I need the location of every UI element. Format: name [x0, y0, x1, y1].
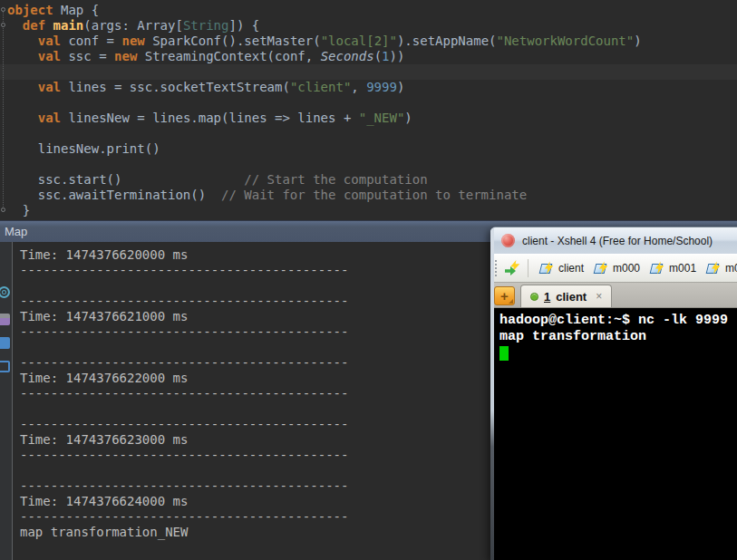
- fold-gutter-line: [3, 9, 4, 212]
- code-line[interactable]: object Map {: [0, 3, 737, 18]
- code-token: conf =: [61, 34, 121, 48]
- code-token: ]) {: [228, 18, 259, 33]
- code-line[interactable]: [0, 157, 737, 172]
- session-button-client[interactable]: client: [534, 260, 588, 277]
- session-button-m0[interactable]: m0: [701, 260, 737, 277]
- toolbar-separator: [528, 259, 529, 277]
- code-line[interactable]: val conf = new SparkConf().setMaster("lo…: [0, 34, 737, 49]
- code-line[interactable]: linesNew.print(): [0, 141, 737, 157]
- new-session-button[interactable]: [504, 259, 522, 277]
- code-token: [7, 111, 38, 125]
- fold-marker-icon[interactable]: [1, 208, 5, 212]
- editor-code: object Map { def main(args: Array[String…: [0, 3, 737, 218]
- tab-label: client: [556, 290, 587, 304]
- code-line[interactable]: [0, 95, 737, 111]
- connected-status-icon: [530, 293, 538, 301]
- blue-filled-square-icon[interactable]: [0, 337, 10, 349]
- code-token: val: [38, 49, 61, 63]
- session-button-label: client: [558, 262, 584, 275]
- session-lightning-icon: [649, 262, 665, 275]
- code-token: Seconds: [321, 49, 374, 63]
- tab-number: 1: [544, 290, 550, 304]
- xshell-window[interactable]: client - Xshell 4 (Free for Home/School)…: [490, 227, 737, 560]
- code-token: "client": [290, 80, 351, 94]
- code-token: SparkConf().setMaster(: [145, 34, 321, 48]
- terminal-line: hadoop@client:~$ nc -lk 9999: [499, 313, 737, 329]
- code-token: lines = ssc.socketTextStream(: [61, 80, 290, 94]
- xshell-tabbar: + 1 client ×: [490, 283, 737, 307]
- code-token: "local[2]": [321, 34, 397, 48]
- run-panel-title: Map: [0, 225, 27, 238]
- code-token: object: [7, 3, 53, 17]
- code-token: val: [38, 80, 61, 94]
- code-token: (: [374, 49, 382, 63]
- purple-square-icon[interactable]: [0, 314, 10, 325]
- xshell-logo-icon: [501, 234, 515, 247]
- code-token: // Wait for the computation to terminate: [221, 188, 527, 202]
- toolbar-grip[interactable]: [494, 259, 499, 277]
- code-line[interactable]: ssc.awaitTermination() // Wait for the c…: [0, 188, 737, 203]
- code-token: String: [183, 18, 229, 33]
- blue-outline-square-icon[interactable]: [0, 361, 10, 372]
- code-line[interactable]: [0, 126, 737, 141]
- add-tab-button[interactable]: +: [494, 286, 515, 305]
- code-token: new: [121, 34, 144, 48]
- code-line[interactable]: val ssc = new StreamingContext(conf, Sec…: [0, 49, 737, 64]
- code-token: linesNew = lines.map(lines => lines +: [61, 111, 359, 125]
- fold-marker-icon[interactable]: [1, 7, 5, 12]
- terminal-line: map transformation: [499, 329, 737, 345]
- code-token: val: [38, 34, 61, 48]
- code-token: )): [390, 49, 405, 63]
- code-token: new: [114, 49, 137, 63]
- code-token: val: [38, 111, 61, 125]
- session-lightning-icon: [705, 262, 722, 275]
- code-token: ): [634, 34, 641, 48]
- code-token: 9999: [366, 80, 397, 94]
- code-token: 1: [382, 49, 389, 63]
- code-token: ssc =: [61, 49, 114, 63]
- terminal[interactable]: hadoop@client:~$ nc -lk 9999map transfor…: [490, 307, 737, 560]
- xshell-window-title: client - Xshell 4 (Free for Home/School): [522, 235, 713, 247]
- tab-client[interactable]: 1 client ×: [520, 285, 612, 307]
- code-line[interactable]: val lines = ssc.socketTextStream("client…: [0, 80, 737, 95]
- console-toolbar[interactable]: [0, 242, 13, 560]
- session-lightning-icon: [593, 262, 609, 275]
- code-token: ): [404, 111, 412, 125]
- code-token: [7, 34, 38, 48]
- code-token: "_NEW": [359, 111, 405, 125]
- code-token: ).setAppName(: [397, 34, 497, 48]
- code-line[interactable]: ssc.start() // Start the computation: [0, 172, 737, 188]
- code-token: ,: [351, 80, 366, 94]
- tab-close-icon[interactable]: ×: [596, 290, 602, 303]
- code-token: main: [45, 18, 83, 33]
- cyan-rings-icon[interactable]: [0, 286, 10, 298]
- code-token: ): [397, 80, 404, 94]
- code-token: def: [23, 18, 45, 33]
- screen: object Map { def main(args: Array[String…: [0, 0, 737, 560]
- code-line[interactable]: [0, 64, 737, 80]
- terminal-cursor: [499, 346, 509, 361]
- code-line[interactable]: def main(args: Array[String]) {: [0, 18, 737, 34]
- session-button-m000[interactable]: m000: [588, 260, 645, 277]
- xshell-toolbar: clientm000m001m0: [490, 254, 737, 283]
- code-token: StreamingContext(conf,: [137, 49, 320, 63]
- session-shortcut-list: clientm000m001m0: [534, 260, 737, 277]
- session-button-label: m001: [669, 262, 696, 275]
- code-line[interactable]: }: [0, 203, 737, 218]
- code-token: [7, 80, 38, 94]
- code-token: (args: Array[: [83, 18, 183, 33]
- code-token: Map {: [53, 3, 100, 17]
- code-editor[interactable]: object Map { def main(args: Array[String…: [0, 0, 737, 220]
- session-lightning-icon: [538, 262, 555, 275]
- code-token: "NetworkWordCount": [497, 34, 635, 48]
- session-button-m001[interactable]: m001: [645, 260, 701, 277]
- code-token: [7, 18, 23, 33]
- session-button-label: m0: [725, 262, 737, 275]
- code-line[interactable]: val linesNew = lines.map(lines => lines …: [0, 111, 737, 126]
- code-token: ssc.start(): [7, 172, 244, 187]
- xshell-titlebar[interactable]: client - Xshell 4 (Free for Home/School): [490, 227, 737, 254]
- fold-marker-icon[interactable]: [1, 23, 5, 27]
- code-token: }: [7, 203, 30, 217]
- code-token: linesNew.print(): [7, 141, 160, 156]
- session-button-label: m000: [613, 262, 640, 275]
